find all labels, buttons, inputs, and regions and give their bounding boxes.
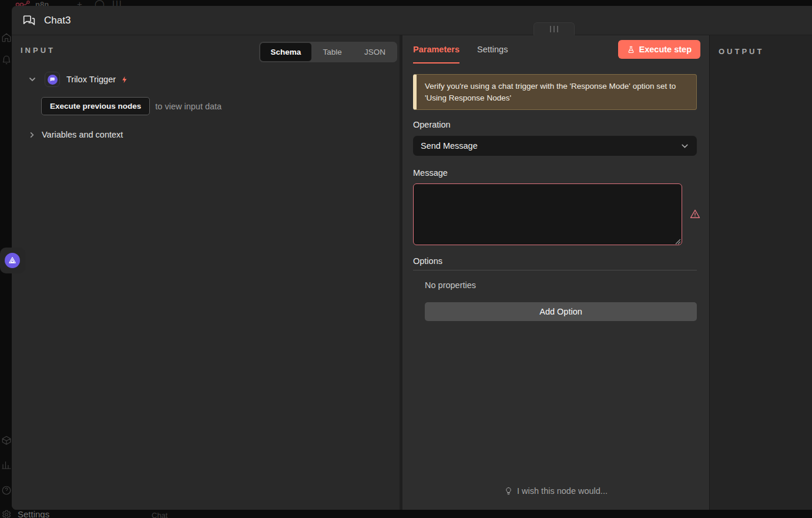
parameters-panel: Parameters Settings Execute step Verify … <box>400 35 709 510</box>
variables-context-label: Variables and context <box>42 130 123 139</box>
chevron-down-icon[interactable] <box>28 75 36 83</box>
lightbulb-icon <box>504 486 513 496</box>
tab-json[interactable]: JSON <box>354 43 396 61</box>
operation-value: Send Message <box>421 141 680 151</box>
chevron-right-icon <box>28 131 36 139</box>
sidebar-settings-label[interactable]: Settings <box>18 509 49 518</box>
n8n-logo-text: n8n <box>35 0 49 6</box>
add-option-button[interactable]: Add Option <box>425 302 697 321</box>
lightning-bolt-icon <box>120 75 129 84</box>
warning-triangle-icon <box>689 208 701 220</box>
input-panel: INPUT Schema Table JSON Trilox Trigger <box>12 35 400 510</box>
add-icon[interactable]: + <box>77 0 82 6</box>
input-view-switcher: Schema Table JSON <box>259 42 397 62</box>
resize-handle-icon[interactable] <box>674 238 681 245</box>
panel-drag-handle[interactable] <box>533 22 575 35</box>
n8n-logo: n8n <box>15 0 49 6</box>
bell-icon[interactable] <box>1 55 13 66</box>
execute-previous-row: Execute previous nodes to view input dat… <box>41 97 222 115</box>
help-icon[interactable] <box>1 485 13 497</box>
options-label: Options <box>413 256 442 266</box>
tab-parameters[interactable]: Parameters <box>413 35 459 64</box>
gear-icon[interactable] <box>1 509 13 518</box>
operation-select[interactable]: Send Message <box>413 136 697 156</box>
operation-label: Operation <box>413 120 451 129</box>
ai-assistant-icon <box>5 253 20 268</box>
home-icon[interactable] <box>1 32 13 44</box>
tab-settings[interactable]: Settings <box>477 35 508 64</box>
workflow-tab-label: Chat <box>152 511 167 518</box>
output-panel-label: OUTPUT <box>719 47 764 56</box>
modal-header: Chat3 <box>12 6 812 35</box>
node-feedback-label: I wish this node would... <box>517 486 608 496</box>
chat-trigger-icon <box>45 72 60 87</box>
package-icon[interactable] <box>1 435 13 447</box>
output-panel: OUTPUT <box>709 35 812 510</box>
variables-context-row[interactable]: Variables and context <box>28 130 123 139</box>
input-panel-label: INPUT <box>21 46 55 55</box>
message-label: Message <box>413 168 448 178</box>
execute-step-label: Execute step <box>639 45 692 54</box>
tab-schema[interactable]: Schema <box>260 43 311 61</box>
tab-table[interactable]: Table <box>311 43 354 61</box>
execute-previous-nodes-button[interactable]: Execute previous nodes <box>41 97 150 115</box>
message-textarea[interactable] <box>413 183 682 245</box>
node-feedback-link[interactable]: I wish this node would... <box>402 486 709 496</box>
layout-icon[interactable]: ||| <box>112 0 123 6</box>
trigger-node-name: Trilox Trigger <box>66 75 116 84</box>
chart-icon[interactable] <box>1 460 13 472</box>
node-title: Chat3 <box>44 15 71 26</box>
response-mode-notice: Verify you're using a chat trigger with … <box>413 74 697 110</box>
options-divider <box>413 270 697 270</box>
execute-step-button[interactable]: Execute step <box>618 40 700 59</box>
options-empty-text: No properties <box>425 280 476 290</box>
history-icon[interactable]: ◯ <box>95 0 105 6</box>
chat-bubbles-icon <box>22 13 36 28</box>
node-detail-modal: Chat3 INPUT Schema Table JSON Trilox Tri… <box>12 6 812 510</box>
ai-assistant-button[interactable] <box>0 248 25 273</box>
app-topbar: n8n + ◯ ||| <box>0 0 812 6</box>
flask-icon <box>627 45 635 54</box>
execute-hint-text: to view input data <box>155 102 222 111</box>
n8n-logo-icon <box>15 1 31 6</box>
chevron-down-icon <box>680 142 689 151</box>
input-trigger-row[interactable]: Trilox Trigger <box>28 69 129 89</box>
